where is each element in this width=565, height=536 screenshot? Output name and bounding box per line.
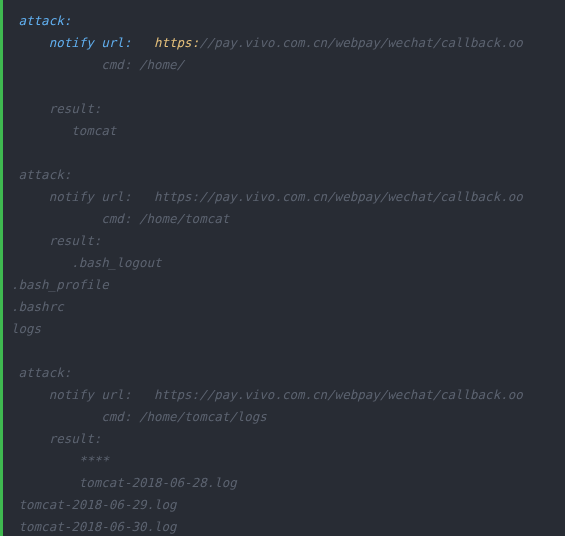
code-token: .bash_logout — [11, 255, 162, 270]
code-token: result: — [11, 431, 101, 446]
code-token: result: — [11, 101, 101, 116]
code-token: tomcat-2018-06-29.log — [11, 497, 177, 512]
code-token: //pay.vivo.com.cn/webpay/wechat/callback… — [199, 35, 523, 50]
code-token: .bashrc — [11, 299, 64, 314]
code-content: attack: notify url: https://pay.vivo.com… — [11, 13, 523, 536]
code-token — [11, 35, 49, 50]
code-token: notify url: https://pay.vivo.com.cn/webp… — [11, 387, 523, 402]
code-token: attack: — [11, 365, 71, 380]
code-token: attack: — [11, 13, 71, 28]
code-token: cmd: /home/tomcat — [11, 211, 229, 226]
code-block: attack: notify url: https://pay.vivo.com… — [0, 0, 565, 536]
code-token: **** — [11, 453, 109, 468]
code-token: cmd: /home/ — [11, 57, 184, 72]
code-token: attack: — [11, 167, 71, 182]
code-token: tomcat-2018-06-28.log — [11, 475, 237, 490]
code-token: notify url: https://pay.vivo.com.cn/webp… — [11, 189, 523, 204]
code-token: cmd: /home/tomcat/logs — [11, 409, 267, 424]
code-token: result: — [11, 233, 101, 248]
code-token: .bash_profile — [11, 277, 109, 292]
code-token: notify url: — [49, 35, 132, 50]
code-token: https: — [154, 35, 199, 50]
code-token — [131, 35, 154, 50]
code-token: tomcat — [11, 123, 116, 138]
code-token: logs — [11, 321, 41, 336]
code-token: tomcat-2018-06-30.log — [11, 519, 177, 534]
